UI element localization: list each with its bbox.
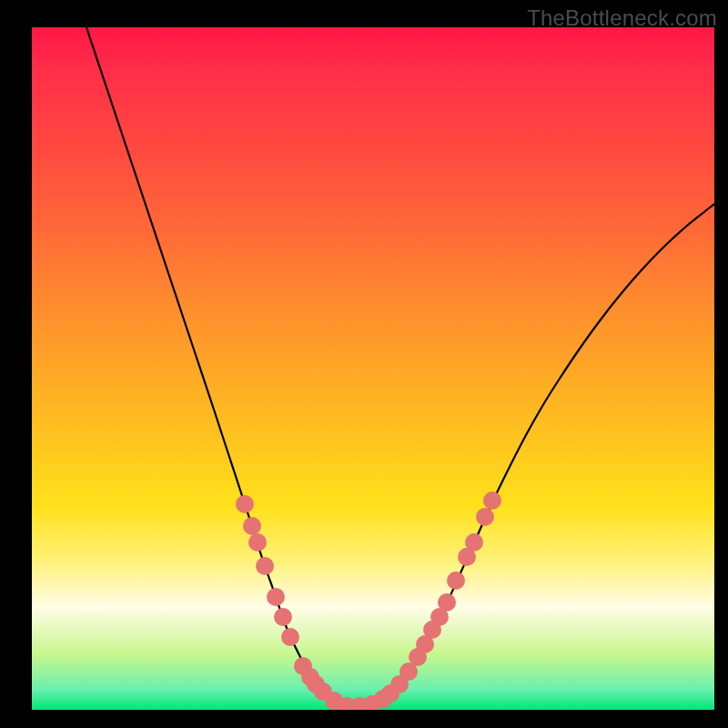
overlay-dot: [447, 571, 465, 590]
overlay-dot: [438, 593, 456, 612]
curve-line: [86, 27, 714, 707]
chart-svg: [32, 27, 714, 710]
watermark-text: TheBottleneck.com: [527, 5, 717, 31]
chart-area: [32, 27, 714, 710]
overlay-dot: [243, 517, 261, 535]
overlay-dot: [465, 533, 483, 551]
overlay-dot: [274, 608, 292, 626]
overlay-dot: [236, 495, 254, 513]
overlay-dot: [248, 533, 267, 551]
overlay-dot: [256, 557, 274, 575]
overlay-dot: [267, 588, 285, 606]
overlay-dot: [476, 508, 494, 526]
overlay-dots-group: [236, 491, 501, 710]
overlay-dot: [281, 628, 299, 646]
overlay-dot: [483, 491, 501, 510]
